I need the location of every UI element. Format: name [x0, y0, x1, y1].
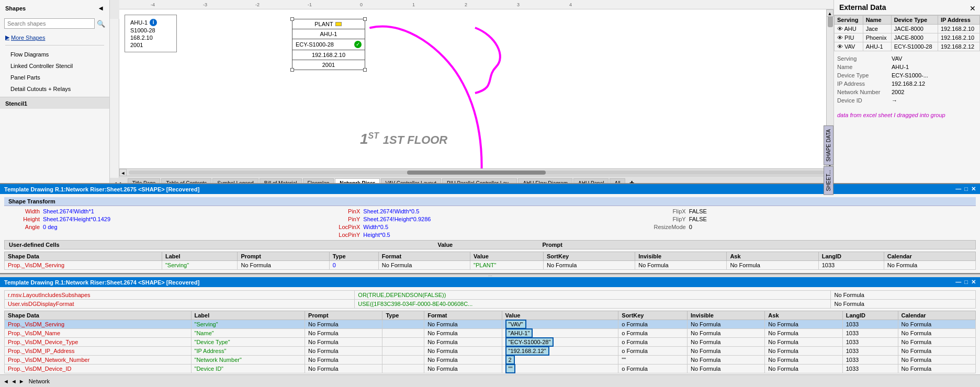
table-row-piu[interactable]: 👁 PIU Phoenix JACE-8000 192.168.2.10 [835, 33, 980, 42]
cell-piu-serving: 👁 PIU [835, 33, 863, 42]
panel2-controls: — □ ✕ [955, 279, 976, 286]
tab-next-btn[interactable]: ► [119, 180, 125, 184]
scrollbar-track[interactable] [129, 170, 824, 175]
plant-shape[interactable]: PLANT AHU-1 ECY-S1000-28 ✓ 192.168.2.10 … [292, 19, 365, 70]
more-shapes-arrow: ▶ [5, 34, 9, 41]
close-button[interactable]: ✕ [970, 4, 976, 13]
shape-data-tab[interactable]: SHAPE DATA [824, 126, 833, 165]
shape-data-row-serving[interactable]: Prop._VisDM_Serving "Serving" No Formula… [5, 320, 976, 329]
col-ask: Ask [727, 252, 818, 261]
handle-bl[interactable] [290, 68, 294, 72]
search-icon[interactable]: 🔍 [97, 20, 105, 28]
col-prompt: Prompt [238, 252, 329, 261]
panel1-minimize[interactable]: — [955, 186, 961, 192]
panel2-minimize[interactable]: — [955, 279, 961, 286]
prop-name: Name AHU-1 [837, 63, 977, 71]
value-ecy: "ECY-S1000-28" [505, 337, 554, 347]
tab-ahu-panel[interactable]: AHU Panel [573, 178, 609, 183]
col2-langid: LangID [842, 311, 898, 320]
tab-table-of-contents[interactable]: Table of Contents [161, 178, 211, 183]
col2-type: Type [382, 311, 424, 320]
canvas-area: -4 -3 -2 -1 0 1 2 3 4 ▲ [110, 0, 833, 183]
right-panel-props: Serving VAV Name AHU-1 Device Type ECY-S… [834, 51, 980, 108]
scroll-left-btn[interactable]: ◄ [119, 169, 127, 176]
sidebar-item-panel-parts[interactable]: Panel Parts [5, 73, 104, 82]
scrollbar-thumb[interactable] [407, 170, 546, 175]
panel2-title: Template Drawing R.1:Network Riser:Sheet… [4, 279, 199, 286]
table-row-ahu[interactable]: 👁 AHU Jace JACE-8000 192.168.2.10 [835, 25, 980, 33]
value-ahu1: "AHU-1" [505, 328, 533, 338]
sidebar-item-linked-controller[interactable]: Linked Controller Stencil [5, 61, 104, 71]
search-input[interactable] [4, 18, 95, 29]
sidebar-item-detail-cutouts[interactable]: Detail Cutouts + Relays [5, 84, 104, 94]
sidebar: Shapes ◄ 🔍 ▶ More Shapes Flow Diagrams L… [0, 0, 110, 183]
above-row-2[interactable]: User.visDGDisplayFormat USE({1F83C398-03… [5, 300, 976, 309]
value-vav: "VAV" [505, 320, 526, 329]
prop-device-id: Device ID → [837, 96, 977, 105]
shape-data-section: Shape Data Label Prompt Type Format Valu… [4, 252, 976, 270]
tab-add-btn[interactable]: ✚ [626, 178, 637, 183]
ahu-popup: AHU-1 i S1000-28 168.2.10 2001 [125, 15, 177, 52]
tab-vav-controller[interactable]: VAV Controller Layout [381, 178, 441, 183]
drawing-canvas[interactable]: ▲ AHU-1 i S1000-28 168.2.10 2001 [119, 9, 833, 168]
col-device-type: Device Type [891, 16, 938, 25]
eye-icon-piu: 👁 [837, 35, 843, 41]
panel1-controls: — □ ✕ [955, 186, 976, 192]
panel2-maximize[interactable]: □ [964, 279, 968, 286]
cell-ahu-serving: 👁 AHU [835, 25, 863, 33]
sidebar-divider-1 [5, 45, 104, 45]
tab-nav: ◄ ► [112, 180, 125, 184]
right-panel-note: data from excel sheet I dragged into gro… [834, 108, 980, 122]
sheet-tab[interactable]: SHEET... [824, 166, 833, 183]
tab-bill-of-material[interactable]: Bill of Material [260, 178, 302, 183]
value-ip: "192.168.2.12" [505, 346, 549, 356]
horizontal-scrollbar[interactable]: ◄ ► [119, 168, 833, 176]
panel2-close[interactable]: ✕ [971, 279, 976, 286]
ruler-vertical [110, 19, 119, 178]
tab-floorplan[interactable]: Floorplan [303, 178, 334, 183]
sheet-2674-body: r.msv.LayoutIncludesSubshapes OR(TRUE,DE… [0, 287, 980, 387]
col2-value: Value [502, 311, 618, 320]
shape-data-row-device-id[interactable]: Prop._VisDM_Device_ID "Device ID" No For… [5, 365, 976, 373]
tab-network-riser[interactable]: Network Riser [335, 178, 379, 183]
tab-prev-btn[interactable]: ◄ [112, 180, 118, 184]
plant-row-4: 192.168.2.10 [292, 50, 365, 60]
shape-data-row-network-number[interactable]: Prop._VisDM_Network_Number "Network Numb… [5, 356, 976, 365]
value-network: 2 [505, 355, 515, 365]
tab-ahu-flow[interactable]: AHU Flow Diagram [518, 178, 572, 183]
cell-vav-serving: 👁 VAV [835, 42, 863, 51]
handle-tr[interactable] [363, 17, 367, 21]
sheet-2674-panel-header[interactable]: Template Drawing R.1:Network Riser:Sheet… [0, 277, 980, 287]
table-row-vav[interactable]: 👁 VAV AHU-1 ECY-S1000-28 192.168.2.12 [835, 42, 980, 51]
scroll-up-btn[interactable]: ▲ [826, 9, 833, 17]
plant-row-5: 2001 [292, 60, 365, 70]
shape-data-row-1[interactable]: Prop._VisDM_Serving "Serving" No Formula… [5, 261, 976, 270]
above-row-1[interactable]: r.msv.LayoutIncludesSubshapes OR(TRUE,DE… [5, 291, 976, 300]
handle-tl[interactable] [290, 17, 294, 21]
sidebar-title-text: Shapes [5, 5, 26, 12]
sidebar-item-flow-diagrams[interactable]: Flow Diagrams [5, 50, 104, 59]
tab-symbol-legend[interactable]: Symbol Legend [212, 178, 258, 183]
tab-title-page[interactable]: Title Page [128, 178, 161, 183]
check-icon: ✓ [354, 41, 362, 48]
col-serving: Serving [835, 16, 863, 25]
panel1-close[interactable]: ✕ [971, 186, 976, 192]
col-langid: LangID [818, 252, 884, 261]
col-calendar: Calendar [884, 252, 975, 261]
panel1-maximize[interactable]: □ [964, 186, 968, 192]
shape-data-row-device-type[interactable]: Prop._VisDM_Device_Type "Device Type" No… [5, 338, 976, 347]
handle-br[interactable] [363, 68, 367, 72]
sidebar-title: Shapes ◄ [0, 0, 109, 16]
shape-data-row-name[interactable]: Prop._VisDM_Name "Name" No Formula No Fo… [5, 329, 976, 338]
sheet-2674-shape-data-table: Shape Data Label Prompt Type Format Valu… [4, 311, 976, 373]
col-value: Value [470, 252, 544, 261]
ruler-horizontal: -4 -3 -2 -1 0 1 2 3 4 [119, 0, 833, 9]
sidebar-link-more-shapes[interactable]: ▶ More Shapes [5, 34, 104, 41]
tab-piu-controller[interactable]: PIU Parallel Controller Lay... [442, 178, 517, 183]
plant-row-1: PLANT [292, 19, 365, 29]
tab-all[interactable]: All [610, 178, 625, 183]
col-format: Format [378, 252, 470, 261]
col-label: Label [162, 252, 238, 261]
collapse-icon[interactable]: ◄ [97, 4, 104, 12]
shape-data-row-ip[interactable]: Prop._VisDM_IP_Address "IP Address" No F… [5, 347, 976, 356]
